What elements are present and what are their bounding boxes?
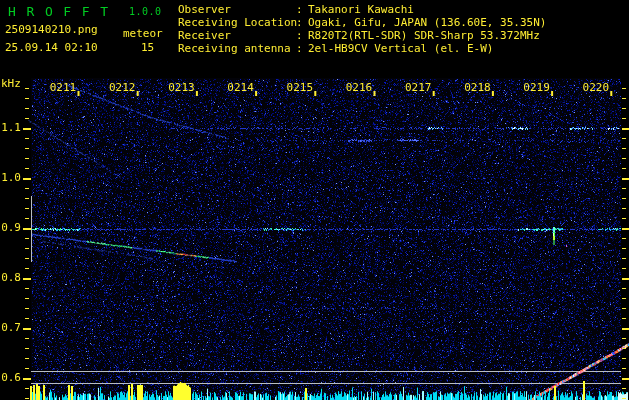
- info-value: Ogaki, Gifu, JAPAN (136.60E, 35.35N): [308, 16, 546, 29]
- hrofft-screenshot: H R O F F T 1.0.0 2509140210.png meteor …: [0, 0, 629, 400]
- freq-tick-label: 0.8: [0, 272, 21, 284]
- time-tick-label: 0215: [286, 82, 314, 94]
- freq-tick-label: 1.1: [0, 122, 21, 134]
- mode-label: meteor: [123, 27, 163, 40]
- info-value: 2el-HB9CV Vertical (el. E-W): [308, 42, 493, 55]
- spectrogram-canvas: [0, 0, 629, 400]
- info-row: Receiving Location:Ogaki, Gifu, JAPAN (1…: [178, 16, 546, 29]
- freq-tick-label: 0.6: [0, 372, 21, 384]
- time-tick-label: 0219: [523, 82, 551, 94]
- info-label: Observer: [178, 3, 296, 16]
- time-tick-label: 0217: [404, 82, 432, 94]
- info-value: Takanori Kawachi: [308, 3, 414, 16]
- info-separator: :: [296, 29, 308, 42]
- freq-tick-label: 1.0: [0, 172, 21, 184]
- version-label: 1.0.0: [129, 6, 162, 17]
- info-separator: :: [296, 3, 308, 16]
- time-tick-label: 0218: [463, 82, 491, 94]
- time-tick-label: 0211: [49, 82, 77, 94]
- info-label: Receiver: [178, 29, 296, 42]
- app-title: H R O F F T: [8, 4, 110, 19]
- time-tick-label: 0214: [227, 82, 255, 94]
- timestamp-label: 25.09.14 02:10: [5, 41, 98, 54]
- time-tick-label: 0213: [167, 82, 195, 94]
- freq-tick-label: 0.9: [0, 222, 21, 234]
- info-row: Receiving antenna:2el-HB9CV Vertical (el…: [178, 42, 546, 55]
- meteor-count: 15: [141, 41, 154, 54]
- time-tick-label: 0220: [582, 82, 610, 94]
- freq-axis-unit: kHz: [1, 77, 21, 90]
- info-row: Observer:Takanori Kawachi: [178, 3, 546, 16]
- info-value: R820T2(RTL-SDR) SDR-Sharp 53.372MHz: [308, 29, 540, 42]
- info-separator: :: [296, 42, 308, 55]
- time-tick-label: 0216: [345, 82, 373, 94]
- freq-tick-label: 0.7: [0, 322, 21, 334]
- filename-label: 2509140210.png: [5, 23, 98, 36]
- info-label: Receiving antenna: [178, 42, 296, 55]
- time-tick-label: 0212: [108, 82, 136, 94]
- receiver-info-block: Observer:Takanori KawachiReceiving Locat…: [178, 3, 546, 55]
- info-separator: :: [296, 16, 308, 29]
- info-row: Receiver:R820T2(RTL-SDR) SDR-Sharp 53.37…: [178, 29, 546, 42]
- info-label: Receiving Location: [178, 16, 296, 29]
